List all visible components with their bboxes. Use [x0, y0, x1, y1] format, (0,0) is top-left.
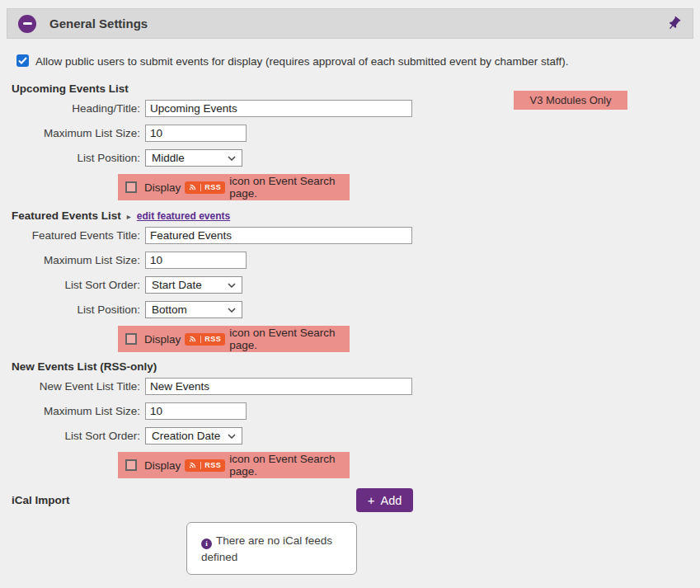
ical-import-heading: iCal Import	[12, 494, 70, 506]
rss-icon: RSS	[185, 181, 225, 194]
page-title: General Settings	[49, 16, 148, 31]
arrow-right-icon: ▸	[127, 212, 131, 221]
featured-sort-order-select[interactable]: Start Date	[145, 276, 242, 294]
rss-badge-divider	[200, 184, 201, 191]
list-sort-order-label: List Sort Order:	[12, 430, 140, 442]
new-events-heading: New Events List (RSS-only)	[12, 360, 688, 373]
rss-row-text: Display RSS icon on Event Search page.	[144, 175, 350, 200]
form-row: List Sort Order: Creation Date	[12, 427, 688, 445]
new-events-rss-checkbox[interactable]	[125, 459, 137, 471]
form-row: Heading/Title:	[12, 100, 688, 117]
rss-wave-icon	[189, 183, 197, 191]
rss-icon: RSS	[185, 333, 225, 346]
new-events-title-input[interactable]	[145, 378, 412, 395]
chevron-down-icon	[228, 156, 236, 161]
featured-events-heading: Featured Events List	[12, 209, 121, 222]
rss-wave-icon	[189, 335, 197, 343]
featured-title-input[interactable]	[145, 227, 412, 244]
minus-icon	[23, 22, 32, 25]
chevron-down-icon	[228, 308, 236, 313]
featured-events-heading-row: Featured Events List ▸ edit featured eve…	[12, 209, 688, 222]
rss-text-prefix: Display	[144, 333, 181, 346]
featured-rss-checkbox[interactable]	[125, 333, 137, 345]
collapse-section-button[interactable]	[18, 15, 36, 33]
upcoming-max-size-input[interactable]	[145, 125, 247, 142]
add-button-label: Add	[380, 494, 402, 507]
rss-badge-divider	[200, 336, 201, 343]
featured-rss-display-row: Display RSS icon on Event Search page.	[118, 326, 350, 352]
upcoming-rss-display-row: Display RSS icon on Event Search page.	[118, 174, 350, 200]
rss-badge-label: RSS	[204, 335, 221, 343]
rss-badge-label: RSS	[204, 183, 221, 191]
max-list-size-label: Maximum List Size:	[12, 127, 140, 139]
pin-button[interactable]	[666, 16, 682, 31]
general-settings-page: General Settings V3 Modules Only Allow p…	[0, 0, 700, 588]
no-ical-feeds-message-box: iThere are no iCal feeds defined	[186, 522, 357, 575]
no-ical-feeds-text: There are no iCal feeds defined	[201, 534, 332, 563]
featured-max-size-input[interactable]	[145, 252, 247, 269]
panel-header: General Settings	[7, 8, 693, 39]
rss-row-text: Display RSS icon on Event Search page.	[144, 453, 350, 477]
rss-text-suffix: icon on Event Search page.	[229, 175, 350, 200]
upcoming-events-fields: Heading/Title: Maximum List Size: List P…	[12, 100, 688, 200]
edit-featured-events-link[interactable]: edit featured events	[137, 210, 230, 222]
select-value: Creation Date	[152, 430, 220, 442]
upcoming-list-position-select[interactable]: Middle	[145, 149, 242, 167]
rss-text-suffix: icon on Event Search page.	[229, 327, 350, 351]
add-ical-feed-button[interactable]: + Add	[356, 488, 413, 512]
panel-content: Allow public users to submit events for …	[12, 39, 688, 575]
upcoming-title-input[interactable]	[145, 100, 412, 117]
form-row: List Position: Middle	[12, 149, 688, 167]
checkmark-icon	[18, 57, 27, 64]
form-row: Featured Events Title:	[12, 227, 688, 244]
form-row: Maximum List Size:	[12, 402, 688, 420]
rss-text-prefix: Display	[144, 459, 181, 472]
rss-icon: RSS	[185, 459, 225, 472]
pushpin-icon	[663, 12, 685, 35]
form-row: List Position: Bottom	[12, 301, 688, 318]
select-value: Start Date	[152, 279, 202, 291]
select-value: Middle	[152, 152, 185, 164]
max-list-size-label: Maximum List Size:	[12, 254, 140, 266]
form-row: Maximum List Size:	[12, 125, 688, 142]
new-events-rss-display-row: Display RSS icon on Event Search page.	[118, 452, 350, 478]
allow-public-submit-checkbox[interactable]	[16, 54, 29, 67]
upcoming-events-heading: Upcoming Events List	[12, 82, 688, 95]
rss-badge-divider	[200, 462, 201, 469]
upcoming-rss-checkbox[interactable]	[125, 181, 137, 193]
rss-wave-icon	[189, 461, 197, 469]
form-row: List Sort Order: Start Date	[12, 276, 688, 294]
rss-row-text: Display RSS icon on Event Search page.	[144, 327, 350, 351]
rss-text-suffix: icon on Event Search page.	[229, 453, 350, 477]
new-events-fields: New Event List Title: Maximum List Size:…	[12, 378, 688, 478]
heading-title-label: Heading/Title:	[12, 102, 140, 115]
featured-list-position-select[interactable]: Bottom	[145, 301, 242, 318]
rss-text-prefix: Display	[144, 181, 181, 194]
list-position-label: List Position:	[12, 152, 140, 164]
ical-import-row: iCal Import + Add	[12, 488, 688, 512]
list-sort-order-label: List Sort Order:	[12, 279, 140, 291]
select-value: Bottom	[152, 303, 187, 316]
list-position-label: List Position:	[12, 303, 140, 316]
new-event-title-label: New Event List Title:	[12, 380, 140, 393]
public-submit-row: Allow public users to submit events for …	[16, 54, 688, 68]
form-row: New Event List Title:	[12, 378, 688, 395]
chevron-down-icon	[228, 434, 236, 439]
max-list-size-label: Maximum List Size:	[12, 405, 140, 417]
info-icon: i	[201, 539, 212, 549]
allow-public-submit-label: Allow public users to submit events for …	[35, 54, 569, 68]
new-events-sort-order-select[interactable]: Creation Date	[145, 427, 242, 445]
chevron-down-icon	[228, 283, 236, 288]
rss-badge-label: RSS	[204, 461, 221, 469]
featured-events-fields: Featured Events Title: Maximum List Size…	[12, 227, 688, 352]
new-events-max-size-input[interactable]	[145, 402, 247, 420]
featured-title-label: Featured Events Title:	[12, 229, 140, 242]
plus-icon: +	[368, 494, 375, 506]
form-row: Maximum List Size:	[12, 252, 688, 269]
